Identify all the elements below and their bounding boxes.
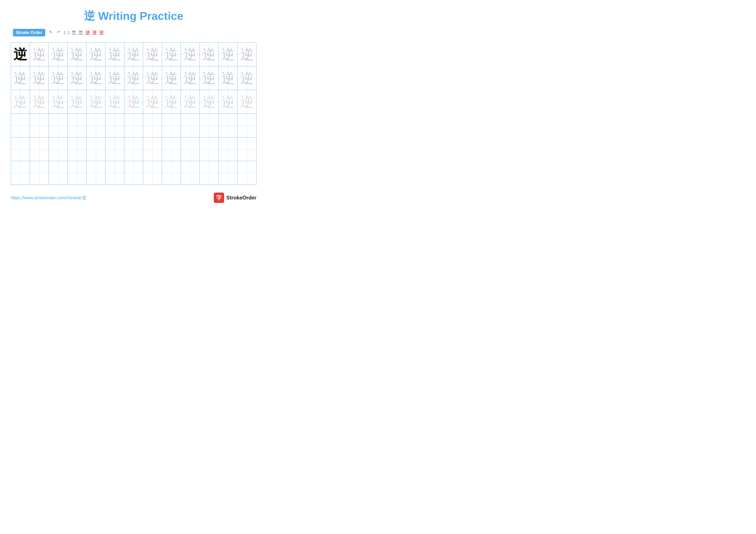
grid-cell[interactable] [219,138,237,161]
grid-cell[interactable] [200,114,219,138]
stroke-4: 𠄌 [68,30,69,36]
grid-cell[interactable]: 逆 [219,66,237,90]
grid-cell[interactable]: 逆 [219,43,237,66]
grid-cell[interactable] [219,161,237,185]
grid-cell[interactable] [237,161,256,185]
grid-cell[interactable] [162,138,181,161]
grid-cell[interactable]: 逆 [49,90,68,114]
stroke-8: 逆 [92,30,97,36]
grid-cell[interactable] [11,114,30,138]
grid-cell[interactable] [68,114,86,138]
grid-cell[interactable] [219,114,237,138]
grid-row-3: 逆 逆 逆 逆 逆 逆 逆 逆 逆 逆 逆 逆 逆 [11,90,256,114]
grid-cell[interactable]: 逆 [237,90,256,114]
grid-cell[interactable]: 逆 [11,66,30,90]
grid-cell[interactable] [237,114,256,138]
stroke-3: 𠃋 [64,30,66,36]
grid-cell[interactable] [49,161,68,185]
grid-cell[interactable]: 逆 [30,66,49,90]
logo-icon: 字 [214,192,224,203]
grid-cell[interactable]: 逆 [200,90,219,114]
grid-cell[interactable]: 逆 [181,90,200,114]
grid-cell[interactable]: 逆 [124,43,143,66]
footer-url[interactable]: https://www.strokeorder.com/chinese/逆 [11,195,86,201]
grid-cell[interactable]: 逆 [162,66,181,90]
grid-cell[interactable] [143,138,162,161]
stroke-sequence: 丶 ㇀ 𠃋 𠄌 兰 兰 逆 逆 逆 [48,29,104,37]
grid-cell[interactable] [30,161,49,185]
grid-cell[interactable] [86,161,105,185]
logo-area: 字 StrokeOrder [214,192,256,203]
stroke-7: 逆 [85,30,90,36]
grid-cell[interactable] [30,138,49,161]
grid-cell[interactable]: 逆 [143,43,162,66]
grid-cell[interactable]: 逆 [68,90,86,114]
grid-cell[interactable]: 逆 [30,90,49,114]
grid-cell[interactable]: 逆 [124,66,143,90]
grid-cell[interactable]: 逆 [30,43,49,66]
grid-cell[interactable] [200,161,219,185]
grid-cell[interactable] [143,114,162,138]
grid-cell[interactable]: 逆 [143,90,162,114]
grid-cell[interactable]: 逆 [49,43,68,66]
grid-cell[interactable] [200,138,219,161]
grid-cell[interactable] [49,114,68,138]
grid-cell[interactable] [30,114,49,138]
grid-cell[interactable] [11,161,30,185]
grid-cell[interactable]: 逆 [237,43,256,66]
grid-cell[interactable] [124,114,143,138]
stroke-order-badge: Stroke Order [13,29,45,37]
grid-cell[interactable] [68,161,86,185]
grid-cell[interactable] [124,161,143,185]
grid-cell[interactable] [86,114,105,138]
stroke-2: ㇀ [56,29,62,37]
grid-cell[interactable] [143,161,162,185]
grid-cell[interactable] [181,114,200,138]
grid-row-6 [11,161,256,185]
grid-cell[interactable] [49,138,68,161]
grid-cell[interactable] [237,138,256,161]
grid-cell[interactable] [105,161,124,185]
grid-cell[interactable]: 逆 [124,90,143,114]
grid-cell[interactable]: 逆 [162,43,181,66]
grid-cell[interactable] [124,138,143,161]
grid-cell[interactable]: 逆 [105,66,124,90]
grid-cell[interactable]: 逆 [86,66,105,90]
grid-cell[interactable]: 逆 [181,43,200,66]
grid-cell[interactable] [181,161,200,185]
grid-cell[interactable]: 逆 [200,66,219,90]
grid-cell[interactable]: 逆 [86,90,105,114]
grid-cell[interactable] [68,138,86,161]
grid-cell[interactable]: 逆 [237,66,256,90]
grid-cell[interactable] [11,138,30,161]
logo-text: StrokeOrder [226,195,256,201]
grid-cell[interactable]: 逆 [143,66,162,90]
grid-cell[interactable] [162,114,181,138]
grid-cell[interactable]: 逆 [105,43,124,66]
grid-cell[interactable]: 逆 [68,43,86,66]
grid-cell[interactable]: 逆 [68,66,86,90]
grid-row-4 [11,114,256,138]
stroke-5: 兰 [71,30,76,36]
grid-cell[interactable] [181,138,200,161]
grid-cell[interactable]: 逆 [200,43,219,66]
grid-cell[interactable]: 逆 [162,90,181,114]
grid-cell[interactable]: 逆 [105,90,124,114]
grid-cell[interactable]: 逆 [49,66,68,90]
grid-cell[interactable]: 逆 [181,66,200,90]
grid-cell[interactable]: 逆 [219,90,237,114]
grid-cell[interactable] [162,161,181,185]
grid-cell[interactable] [105,114,124,138]
practice-grid: 逆 逆 逆 逆 逆 逆 逆 逆 逆 逆 逆 逆 逆 逆 逆 逆 逆 逆 逆 逆 … [11,42,256,185]
grid-cell[interactable] [105,138,124,161]
footer: https://www.strokeorder.com/chinese/逆 字 … [11,192,256,203]
stroke-order-row: Stroke Order 丶 ㇀ 𠃋 𠄌 兰 兰 逆 逆 逆 [13,29,256,37]
grid-row-1: 逆 逆 逆 逆 逆 逆 逆 逆 逆 逆 逆 逆 逆 [11,43,256,66]
grid-row-5 [11,138,256,161]
grid-cell[interactable]: 逆 [11,43,30,66]
stroke-9: 逆 [99,30,104,36]
stroke-1: 丶 [48,29,54,37]
grid-cell[interactable]: 逆 [86,43,105,66]
grid-cell[interactable] [86,138,105,161]
grid-cell[interactable]: 逆 [11,90,30,114]
